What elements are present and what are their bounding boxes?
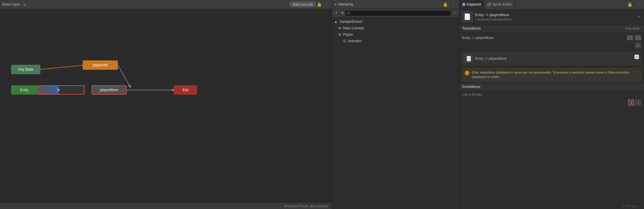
player-icon bbox=[338, 33, 342, 37]
animator-lock-icon[interactable]: 🔒 bbox=[316, 2, 323, 7]
inspector-tabs: i Inspector Sprite Editor 🔒 ⋮ bbox=[459, 0, 644, 9]
sprite-editor-icon bbox=[487, 2, 491, 6]
conditions-section-header: Conditions bbox=[459, 83, 644, 91]
inspector-header-actions: ⇗ bbox=[636, 14, 641, 19]
transitions-section-header: Transitions Solo Mute bbox=[459, 25, 644, 33]
add-condition-button[interactable]: + bbox=[628, 100, 634, 106]
hierarchy-title: Hierarchy bbox=[338, 2, 353, 6]
hierarchy-content: ▶ SampleScene* Main Camera Player Anima bbox=[332, 17, 459, 209]
solo-mute-header: Solo Mute bbox=[625, 27, 641, 30]
transitions-list: Entry -> playerMove − bbox=[459, 33, 644, 50]
preview-file-inner bbox=[467, 56, 471, 61]
arrows-svg bbox=[0, 9, 332, 203]
hierarchy-item-label-samplescene: SampleScene* bbox=[340, 20, 363, 24]
transitions-section-title: Transitions bbox=[462, 26, 625, 30]
node-exit[interactable]: Exit bbox=[174, 85, 197, 95]
warning-icon: ! bbox=[465, 71, 469, 75]
node-player-idle[interactable]: playerIdle bbox=[83, 60, 118, 70]
breadcrumb-separator: ▶ bbox=[24, 2, 26, 6]
svg-marker-3 bbox=[341, 28, 341, 29]
animator-menu-icon[interactable]: ⋮ bbox=[323, 2, 329, 7]
watermark: CSDN @cyr__ bbox=[622, 205, 642, 208]
animator-panel: Base Layer ▶ Auto Live Link 🔒 ⋮ bbox=[0, 0, 332, 209]
hierarchy-menu-icon[interactable]: ⋮ bbox=[450, 2, 457, 7]
inspector-tab-icon: i bbox=[462, 3, 466, 6]
auto-live-link-button[interactable]: Auto Live Link bbox=[290, 2, 316, 7]
svg-rect-2 bbox=[338, 27, 341, 29]
animator-icon bbox=[342, 39, 347, 43]
inspector-file-icon bbox=[462, 11, 473, 22]
arrow-anystate-playeridle bbox=[40, 65, 85, 69]
transition-list-item[interactable]: Entry -> playerMove bbox=[459, 34, 644, 42]
file-icon-inner bbox=[465, 13, 470, 20]
inspector-lock-button[interactable]: 🔒 bbox=[626, 1, 633, 7]
hierarchy-item-label-animator: Animator bbox=[348, 39, 362, 43]
svg-rect-9 bbox=[488, 4, 490, 5]
sprite-editor-tab-label: Sprite Editor bbox=[493, 2, 512, 6]
inspector-tab-label: Inspector bbox=[467, 2, 481, 6]
hierarchy-item-maincamera[interactable]: Main Camera bbox=[332, 25, 459, 31]
inspector-expand-button[interactable]: ⇗ bbox=[636, 14, 641, 19]
progress-fill bbox=[38, 86, 59, 94]
scene-icon: ▶ bbox=[334, 20, 338, 24]
inspector-subtitle: 1 AnimatorTransitionBase bbox=[475, 18, 512, 21]
animator-canvas[interactable]: Any State Entry playerIdle playerMove Ex bbox=[0, 9, 332, 203]
preview-label: Entry -> playerMove bbox=[475, 57, 507, 61]
inspector-panel: i Inspector Sprite Editor 🔒 ⋮ bbox=[459, 0, 644, 209]
inspector-header: Entry -> playerMove 1 AnimatorTransition… bbox=[459, 9, 644, 25]
hierarchy-item-animator[interactable]: Animator bbox=[332, 38, 459, 44]
svg-rect-5 bbox=[339, 34, 341, 35]
hierarchy-add-dropdown[interactable] bbox=[341, 12, 344, 14]
node-entry[interactable]: Entry bbox=[11, 85, 37, 95]
inspector-menu-button[interactable]: ⋮ bbox=[635, 1, 642, 7]
hierarchy-lock-icon[interactable]: 🔒 bbox=[442, 2, 449, 7]
mute-label: Mute bbox=[633, 27, 640, 30]
node-any-state[interactable]: Any State bbox=[11, 65, 40, 74]
conditions-section-title: Conditions bbox=[462, 85, 641, 89]
hierarchy-toolbar: + ⇗ bbox=[332, 9, 459, 17]
preview-file-icon bbox=[465, 55, 473, 63]
warning-text: Entry transitions (displayed in grey) ar… bbox=[472, 70, 638, 79]
conditions-footer: + - bbox=[459, 98, 644, 107]
animator-toolbar-right: Auto Live Link 🔒 ⋮ bbox=[290, 2, 329, 7]
remove-transition-button[interactable]: − bbox=[635, 43, 641, 48]
transition-progress-bar[interactable] bbox=[38, 85, 85, 95]
transition-item-label: Entry -> playerMove bbox=[462, 36, 625, 40]
tab-sprite-editor[interactable]: Sprite Editor bbox=[484, 0, 515, 9]
transition-preview: Entry -> playerMove ⚙ bbox=[462, 52, 641, 65]
svg-point-7 bbox=[344, 41, 345, 42]
hierarchy-search-input[interactable] bbox=[345, 10, 451, 16]
hierarchy-header-actions: 🔒 ⋮ bbox=[442, 2, 457, 7]
mute-toggle[interactable] bbox=[635, 35, 641, 40]
hierarchy-icon: ≡ bbox=[334, 2, 336, 6]
solo-toggle[interactable] bbox=[627, 35, 633, 40]
camera-icon bbox=[338, 26, 342, 30]
progress-arrow bbox=[58, 88, 60, 92]
inspector-header-info: Entry -> playerMove 1 AnimatorTransition… bbox=[475, 13, 512, 21]
hierarchy-expand-icon[interactable]: ⇗ bbox=[452, 11, 457, 15]
preview-gear-button[interactable]: ⚙ bbox=[634, 55, 639, 59]
hierarchy-panel: ≡ Hierarchy 🔒 ⋮ + ⇗ ▶ SampleScene* bbox=[332, 0, 459, 209]
remove-condition-button[interactable]: - bbox=[635, 100, 641, 106]
hierarchy-item-label-player: Player bbox=[343, 33, 353, 37]
animator-status-bar: Animation/Player_AC.controller bbox=[0, 203, 332, 209]
hierarchy-title-area: ≡ Hierarchy bbox=[334, 2, 353, 6]
layer-name: Base Layer bbox=[2, 2, 20, 6]
hierarchy-item-samplescene[interactable]: ▶ SampleScene* bbox=[332, 18, 459, 25]
animator-breadcrumb: Base Layer ▶ bbox=[2, 2, 27, 6]
arrow-playeridle-playermove bbox=[118, 65, 130, 87]
hierarchy-add-button[interactable]: + bbox=[334, 10, 339, 16]
animator-path: Animation/Player_AC.controller bbox=[284, 204, 329, 208]
tab-actions: 🔒 ⋮ bbox=[626, 1, 644, 7]
list-empty-text: List is Empty bbox=[462, 93, 482, 97]
tab-inspector[interactable]: i Inspector bbox=[459, 0, 484, 9]
inspector-title: Entry -> playerMove bbox=[475, 13, 512, 17]
conditions-content: List is Empty bbox=[459, 91, 644, 98]
hierarchy-item-label-maincamera: Main Camera bbox=[343, 26, 364, 30]
node-player-move[interactable]: playerMove bbox=[92, 85, 127, 95]
solo-label: Solo bbox=[625, 27, 632, 30]
hierarchy-item-player[interactable]: Player bbox=[332, 31, 459, 38]
warning-box: ! Entry transitions (displayed in grey) … bbox=[462, 68, 641, 81]
animator-toolbar: Base Layer ▶ Auto Live Link 🔒 ⋮ bbox=[0, 0, 332, 9]
hierarchy-header: ≡ Hierarchy 🔒 ⋮ bbox=[332, 0, 459, 9]
